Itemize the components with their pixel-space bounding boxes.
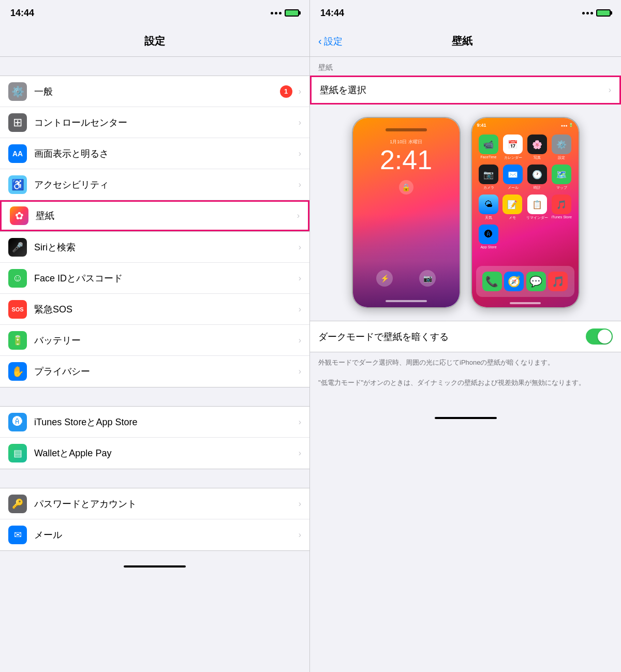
battery-label: バッテリー [34, 334, 297, 347]
right-content: 壁紙 壁紙を選択 › 1月10日 水曜日 2:41 🔒 [310, 57, 621, 672]
notes-label: メモ [509, 215, 516, 220]
general-icon: ⚙️ [8, 82, 27, 101]
settings-list: ⚙️ 一般 1 › ⊞ コントロールセンター › AA 画面表示と明るさ › ♿… [0, 57, 309, 672]
siri-chevron: › [299, 243, 301, 252]
mail-chevron: › [299, 530, 301, 540]
app-cell-maps: 🗺️ マップ [551, 165, 572, 190]
calendar-label: カレンダー [504, 155, 522, 160]
right-status-icons [582, 9, 611, 17]
settings-item-sos[interactable]: SOS 緊急SOS › [0, 294, 309, 325]
settings-item-itunes[interactable]: 🅐 iTunes StoreとApp Store › [0, 407, 309, 438]
back-button[interactable]: ‹ 設定 [318, 35, 343, 48]
desc2-text: "低電力モード"がオンのときは、ダイナミックの壁紙および視差効果が無効になります… [318, 379, 585, 386]
faceid-chevron: › [299, 274, 301, 283]
description-text-1: 外観モードでダーク選択時、周囲の光に応じてiPhoneの壁紙が暗くなります。 "… [310, 352, 621, 393]
accessibility-label: アクセシビリティ [34, 178, 297, 191]
app-cell-facetime: 📹 FaceTime [478, 135, 499, 160]
appstore-app-icon: 🅐 [479, 225, 498, 244]
dock-messages-icon: 💬 [526, 272, 546, 291]
camera-app-icon: 📷 [479, 165, 498, 184]
display-label: 画面表示と明るさ [34, 147, 297, 160]
app-cell-itunes-store: 🎵 iTunes Store [551, 195, 572, 220]
mail-label: メール [34, 529, 297, 541]
maps-app-icon: 🗺️ [552, 165, 571, 184]
wallpaper-select-label: 壁紙を選択 [320, 84, 609, 96]
home-top-grid: 📹 FaceTime 📅 カレンダー 🌸 写真 ⚙️ [472, 132, 579, 162]
settings-app-icon: ⚙️ [552, 135, 571, 154]
general-badge: 1 [280, 85, 292, 98]
app-cell-calendar: 📅 カレンダー [502, 135, 524, 160]
display-icon: AA [8, 144, 27, 163]
back-chevron-icon: ‹ [318, 35, 322, 47]
itunes-chevron: › [299, 417, 301, 427]
weather-app-icon: 🌤 [479, 195, 498, 214]
settings-group-2: 🎤 Siriと検索 › ☺ Face IDとパスコード › SOS 緊急SOS … [0, 232, 309, 387]
dock-phone-icon: 📞 [482, 272, 502, 291]
app-cell-weather: 🌤 天気 [478, 195, 499, 220]
privacy-icon: ✋ [8, 362, 27, 381]
dock-music-icon: 🎵 [548, 272, 568, 291]
general-chevron: › [299, 87, 301, 96]
right-panel: 14:44 ‹ 設定 壁紙 壁紙 壁紙を選択 › 1月 [309, 0, 621, 672]
settings-item-mail[interactable]: ✉ メール › [0, 519, 309, 550]
right-signal-icon [582, 12, 593, 14]
battery-settings-icon: 🔋 [8, 331, 27, 350]
weather-label: 天気 [485, 215, 492, 220]
settings-item-general[interactable]: ⚙️ 一般 1 › [0, 76, 309, 107]
password-chevron: › [299, 499, 301, 509]
display-chevron: › [299, 149, 301, 158]
lock-screen-preview: 1月10日 水曜日 2:41 🔒 ⚡ 📷 [352, 117, 461, 308]
home-status-bar: 9:41 ●●● 🔋 [472, 118, 579, 132]
app-cell-notes: 📝 メモ [502, 195, 523, 220]
settings-item-wallet[interactable]: ▤ WalletとApple Pay › [0, 438, 309, 469]
left-status-bar: 14:44 [0, 0, 309, 26]
itunes-label: iTunes StoreとApp Store [34, 416, 297, 428]
camera-label: カメラ [483, 185, 494, 190]
toggle-knob [598, 330, 612, 344]
settings-item-accessibility[interactable]: ♿ アクセシビリティ › [0, 169, 309, 200]
sos-label: 緊急SOS [34, 303, 297, 316]
settings-item-privacy[interactable]: ✋ プライバシー › [0, 356, 309, 387]
reminders-label: リマインダー [526, 215, 548, 220]
home-lower-grid: 🌤 天気 📝 メモ 📋 リマインダー 🎵 [472, 192, 579, 222]
wallpaper-select-row[interactable]: 壁紙を選択 › [310, 76, 621, 104]
left-panel: 14:44 設定 ⚙️ 一般 1 › ⊞ コントロールセンター [0, 0, 309, 672]
battery-chevron: › [299, 336, 301, 345]
wallpaper-section-label: 壁紙 [310, 57, 621, 76]
settings-group-3: 🅐 iTunes StoreとApp Store › ▤ WalletとAppl… [0, 406, 309, 469]
mail-icon: ✉ [8, 526, 27, 544]
wallpaper-preview-area: 1月10日 水曜日 2:41 🔒 ⚡ 📷 9 [310, 104, 621, 321]
wallet-icon: ▤ [8, 444, 27, 462]
wallpaper-icon: ✿ [10, 206, 28, 225]
app-cell-clock: 🕐 時計 [527, 165, 548, 190]
sos-icon: SOS [8, 300, 27, 319]
app-cell-settings: ⚙️ 設定 [551, 135, 572, 160]
clock-app-icon: 🕐 [527, 165, 547, 184]
dark-mode-toggle-row: ダークモードで壁紙を暗くする [310, 321, 621, 352]
siri-icon: 🎤 [8, 238, 27, 257]
itunes-store-label: iTunes Store [551, 215, 571, 219]
control-center-chevron: › [299, 118, 301, 127]
settings-item-siri[interactable]: 🎤 Siriと検索 › [0, 232, 309, 263]
settings-group-4: 🔑 パスワードとアカウント › ✉ メール › [0, 488, 309, 551]
control-center-label: コントロールセンター [34, 116, 297, 129]
appstore-label: App Store [480, 245, 496, 249]
photos-label: 写真 [534, 155, 541, 160]
settings-item-control-center[interactable]: ⊞ コントロールセンター › [0, 107, 309, 138]
wallpaper-select-chevron: › [609, 85, 611, 95]
settings-group-1: ⚙️ 一般 1 › ⊞ コントロールセンター › AA 画面表示と明るさ › ♿… [0, 76, 309, 232]
password-icon: 🔑 [8, 495, 27, 513]
app-cell-photos: 🌸 写真 [527, 135, 548, 160]
settings-item-battery[interactable]: 🔋 バッテリー › [0, 325, 309, 356]
control-center-icon: ⊞ [8, 113, 27, 132]
settings-item-wallpaper[interactable]: ✿ 壁紙 › [0, 200, 309, 231]
sos-chevron: › [299, 305, 301, 314]
signal-icon [271, 12, 282, 14]
right-battery-icon [596, 9, 611, 17]
wallet-label: WalletとApple Pay [34, 447, 297, 459]
settings-item-display[interactable]: AA 画面表示と明るさ › [0, 138, 309, 169]
faceid-label: Face IDとパスコード [34, 272, 297, 285]
settings-item-password[interactable]: 🔑 パスワードとアカウント › [0, 488, 309, 519]
settings-item-faceid[interactable]: ☺ Face IDとパスコード › [0, 263, 309, 294]
dark-mode-toggle[interactable] [586, 328, 613, 345]
